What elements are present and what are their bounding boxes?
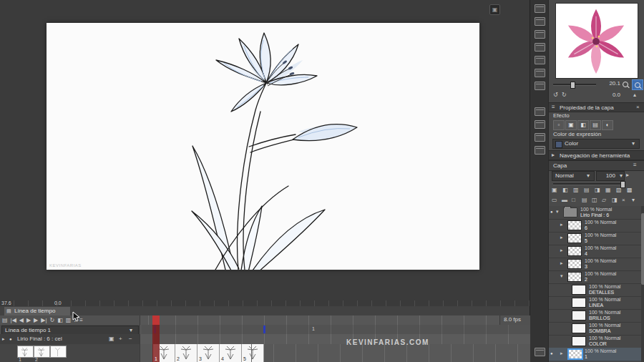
remove-cel-icon[interactable]: − — [129, 335, 132, 343]
rotate-cw-icon[interactable]: ↻ — [562, 91, 567, 99]
go-to-end-button[interactable]: ▶| — [41, 316, 47, 325]
layer-thumbnail[interactable] — [567, 259, 582, 269]
panel-tab-icon[interactable] — [535, 69, 545, 77]
new-vector-layer-icon[interactable]: ▬ — [562, 196, 567, 205]
layer-row[interactable]: 100 % Normal SOMBRA — [549, 322, 641, 336]
navigator-preview[interactable] — [555, 3, 638, 79]
frame-ruler[interactable] — [140, 315, 500, 325]
frame-cell[interactable]: 2 — [175, 344, 197, 362]
panel-tab-icon[interactable] — [535, 146, 545, 155]
panel-tab-icon[interactable] — [535, 4, 545, 13]
panel-tab-icon[interactable] — [535, 82, 545, 90]
layer-thumbnail[interactable] — [572, 298, 586, 308]
layer-row-selected[interactable]: ● ▸ 100 % Normal 1 — [549, 348, 641, 361]
mask-icon[interactable]: ◨ — [612, 196, 618, 205]
zoom-slider-handle[interactable] — [570, 82, 575, 89]
cel-preview[interactable] — [34, 346, 50, 358]
next-frame-button[interactable]: ▶ — [34, 316, 38, 325]
blend-mode-select[interactable]: Normal ▾ — [552, 171, 595, 181]
layer-thumbnail[interactable] — [572, 323, 586, 333]
panel-tab-icon[interactable] — [535, 133, 545, 142]
layer-thumbnail[interactable] — [572, 285, 586, 295]
add-cel-icon[interactable]: + — [119, 335, 122, 343]
more-icon[interactable]: ▾ — [632, 196, 635, 205]
panel-tab-icon[interactable] — [535, 120, 545, 129]
go-to-start-button[interactable]: |◀ — [11, 316, 16, 325]
effect-extract-icon[interactable]: ◧ — [577, 120, 589, 130]
menu-icon[interactable]: ≡ — [633, 161, 637, 170]
layer-list-scrollbar[interactable] — [641, 206, 644, 362]
new-folder-icon[interactable]: □ — [572, 196, 575, 205]
clip-settings-icon[interactable]: ▤ — [2, 316, 8, 325]
expand-arrow-icon[interactable]: ▸ — [2, 335, 5, 343]
expression-color-select[interactable]: Color ▾ — [552, 139, 640, 149]
visibility-eye-icon[interactable]: ● — [550, 210, 553, 214]
frame-cell[interactable]: 3 — [197, 344, 220, 362]
play-button[interactable]: ▶ — [26, 316, 31, 325]
layer-property-header[interactable]: ≡ Propiedad de la capa × — [549, 102, 644, 112]
delete-layer-icon[interactable]: × — [622, 196, 625, 205]
drawing-canvas[interactable]: KEVINFARIAS — [47, 23, 479, 270]
rotate-ccw-icon[interactable]: ↺ — [553, 91, 558, 99]
panel-tab-icon[interactable] — [535, 56, 545, 64]
seconds-ruler[interactable]: 1 — [140, 325, 530, 334]
combine-layer-icon[interactable]: ◫ — [592, 196, 597, 205]
loop-playback-button[interactable]: ↻ — [50, 316, 55, 325]
layer-row[interactable]: 100 % Normal DETALLES — [549, 283, 641, 297]
layer-thumbnail[interactable] — [567, 233, 582, 243]
prev-frame-button[interactable]: ◀ — [19, 316, 24, 325]
cel-preview[interactable] — [50, 346, 67, 358]
track-camera-icon[interactable]: ▣ — [109, 335, 114, 343]
panel-tab-icon[interactable] — [535, 348, 545, 356]
magnifier-icon[interactable] — [623, 82, 629, 88]
tab-timeline[interactable]: ▤ Línea de tiempo — [4, 307, 70, 315]
layer-thumbnail[interactable] — [567, 246, 582, 256]
opacity-input[interactable]: 100 ▾ — [596, 171, 625, 181]
chevron-right-icon[interactable]: ▸ — [552, 151, 555, 160]
draft-layer-icon[interactable]: ▤ — [584, 186, 590, 195]
scrollbar-thumb[interactable] — [641, 213, 644, 285]
layer-thumbnail[interactable] — [572, 310, 586, 321]
expand-arrow-icon[interactable]: ▾ — [560, 273, 563, 279]
track-frames-area[interactable] — [140, 334, 530, 344]
layer-thumbnail[interactable] — [567, 220, 582, 230]
layer-row[interactable]: ▸ 100 % Normal 4 — [549, 245, 641, 258]
expand-arrow-icon[interactable]: ▸ — [560, 222, 563, 228]
tool-navigation-header[interactable]: ▸ Navegación de herramienta — [549, 150, 644, 160]
clip-to-layer-icon[interactable]: ◧ — [562, 186, 568, 195]
expand-arrow-icon[interactable]: ▸ — [560, 248, 563, 253]
cel-preview[interactable] — [17, 346, 34, 358]
menu-icon[interactable]: ≡ — [552, 103, 555, 112]
frame-cell[interactable]: 4 — [220, 344, 242, 362]
effect-layercolor-icon[interactable]: ▤ — [590, 120, 601, 130]
layer-thumbnail[interactable] — [572, 336, 586, 346]
onion-skin-button[interactable]: ◧ — [57, 316, 63, 325]
layer-mask-icon[interactable]: ▣ — [552, 186, 557, 195]
panel-tab-icon[interactable] — [535, 107, 545, 116]
reference-layer-icon[interactable]: ▥ — [573, 186, 579, 195]
expand-arrow-icon[interactable]: ▸ — [560, 351, 563, 356]
lock-pixels-icon[interactable]: ▦ — [605, 186, 611, 195]
reset-rotation-icon[interactable]: ▴ — [633, 91, 636, 99]
transfer-layer-icon[interactable]: ▤ — [582, 196, 587, 205]
layer-row[interactable]: 100 % Normal LINEA — [549, 296, 641, 310]
layer-row[interactable]: 100 % Normal BRILLOS — [549, 309, 641, 323]
layer-row[interactable]: ▾ 100 % Normal 2 — [549, 270, 641, 284]
layer-row[interactable]: ▸ 100 % Normal 6 — [549, 219, 641, 233]
ruler-range-icon[interactable]: ▩ — [627, 186, 633, 195]
layer-row[interactable]: 100 % Normal COLOR — [549, 335, 641, 348]
effect-binarize-icon[interactable]: ◐ — [602, 120, 613, 130]
lock-layer-icon[interactable]: ◨ — [595, 186, 600, 195]
track-eye-icon[interactable]: ● — [9, 337, 12, 341]
expand-arrow-icon[interactable]: ▾ — [556, 209, 559, 215]
panel-tab-icon[interactable] — [535, 17, 545, 26]
show-cells-button[interactable]: ▥ — [66, 316, 72, 325]
effect-tone-icon[interactable]: ▣ — [565, 120, 577, 130]
layer-row[interactable]: ▸ 100 % Normal 3 — [549, 258, 641, 271]
empty-frame-cells[interactable] — [251, 344, 530, 362]
effect-border-icon[interactable]: ▫ — [553, 120, 565, 130]
enable-keyframes-icon[interactable]: ▧ — [616, 186, 622, 195]
close-icon[interactable]: × — [636, 103, 640, 112]
new-raster-layer-icon[interactable]: ▭ — [552, 196, 557, 205]
layer-thumbnail[interactable] — [567, 272, 582, 282]
